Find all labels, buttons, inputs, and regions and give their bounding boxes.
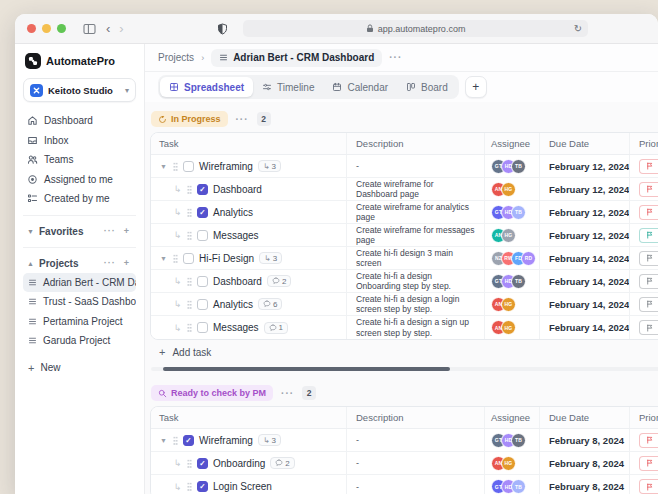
breadcrumb-projects[interactable]: Projects <box>158 52 194 63</box>
task-row[interactable]: ▼✓Wireframing↳3 - GTHDTB February 8, 202… <box>151 429 658 452</box>
group-more-icon[interactable]: ··· <box>281 388 294 399</box>
drag-handle-icon[interactable] <box>187 277 192 286</box>
avatar[interactable]: HG <box>501 297 516 312</box>
task-row[interactable]: ↳✓Onboarding2 - ANHG February 8, 2024 Ur… <box>151 452 658 475</box>
task-checkbox[interactable] <box>197 276 208 287</box>
drag-handle-icon[interactable] <box>173 436 178 445</box>
task-checkbox[interactable] <box>197 299 208 310</box>
tab-timeline[interactable]: Timeline <box>253 77 323 97</box>
avatar[interactable]: RD <box>521 251 536 266</box>
sidebar-item-inbox[interactable]: Inbox <box>23 131 136 151</box>
priority-badge[interactable]: Urgent <box>639 159 658 174</box>
task-row[interactable]: ▼Hi-Fi Design↳3 Create hi-fi design 3 ma… <box>151 247 658 270</box>
horizontal-scrollbar[interactable] <box>151 367 658 371</box>
subtask-count-badge[interactable]: ↳3 <box>258 160 281 172</box>
task-row[interactable]: ▼Wireframing↳3 - GTHDTB February 12, 202… <box>151 155 658 178</box>
sidebar-project-item[interactable]: Garuda Project <box>23 331 136 351</box>
expand-caret-icon[interactable]: ▼ <box>159 163 168 170</box>
avatar[interactable]: TB <box>511 479 526 494</box>
refresh-icon[interactable]: ↻ <box>574 23 582 34</box>
projects-more-icon[interactable]: ··· <box>102 258 118 268</box>
tab-spreadsheet[interactable]: Spreadsheet <box>160 77 253 97</box>
drag-handle-icon[interactable] <box>187 185 192 194</box>
forward-icon[interactable]: › <box>119 22 123 35</box>
add-task-button[interactable]: +Add task <box>159 346 658 358</box>
status-badge[interactable]: In Progress <box>151 111 228 127</box>
priority-badge[interactable]: Low <box>639 274 658 289</box>
task-checkbox[interactable]: ✓ <box>197 458 208 469</box>
task-checkbox[interactable]: ✓ <box>197 481 208 492</box>
sidebar-item-assigned-to-me[interactable]: Assigned to me <box>23 170 136 190</box>
sidebar-item-dashboard[interactable]: Dashboard <box>23 111 136 131</box>
task-checkbox[interactable] <box>183 161 194 172</box>
sidebar-project-item[interactable]: Pertamina Project <box>23 312 136 332</box>
task-checkbox[interactable]: ✓ <box>197 184 208 195</box>
priority-badge[interactable]: Urgent <box>639 182 658 197</box>
priority-badge[interactable]: Urgent <box>639 205 658 220</box>
workspace-selector[interactable]: Keitoto Studio ▾ <box>23 78 136 102</box>
group-more-icon[interactable]: ··· <box>236 114 249 125</box>
task-checkbox[interactable] <box>197 322 208 333</box>
task-checkbox[interactable] <box>197 230 208 241</box>
minimize-window-button[interactable] <box>42 24 51 33</box>
drag-handle-icon[interactable] <box>187 482 192 491</box>
projects-section-header[interactable]: ▲ Projects ··· + <box>23 254 136 273</box>
avatar[interactable]: HG <box>501 456 516 471</box>
task-row[interactable]: ↳✓Login Screen - GTHDTB February 8, 2024… <box>151 475 658 494</box>
expand-caret-icon[interactable]: ▼ <box>159 255 168 262</box>
favorites-section-header[interactable]: ▼ Favorites ··· + <box>23 222 136 241</box>
task-row[interactable]: ↳✓Analytics Create wireframe for analyti… <box>151 201 658 224</box>
task-row[interactable]: ↳✓Dashboard Create wireframe for Dashboa… <box>151 178 658 201</box>
avatar[interactable]: HG <box>501 320 516 335</box>
subtask-count-badge[interactable]: ↳3 <box>259 252 282 264</box>
address-bar[interactable]: app.automatepro.com ↻ <box>243 20 588 37</box>
priority-badge[interactable]: Urgent <box>639 479 658 494</box>
avatar[interactable]: TB <box>511 205 526 220</box>
sidebar-project-item[interactable]: Adrian Bert - CRM Da... <box>23 273 136 293</box>
sidebar-item-created-by-me[interactable]: Created by me <box>23 189 136 209</box>
task-row[interactable]: ↳Messages Create wireframe for messages … <box>151 224 658 247</box>
avatar[interactable]: TB <box>511 274 526 289</box>
drag-handle-icon[interactable] <box>187 459 192 468</box>
avatar[interactable]: HG <box>501 228 516 243</box>
drag-handle-icon[interactable] <box>187 231 192 240</box>
tab-board[interactable]: Board <box>397 77 457 97</box>
task-row[interactable]: ↳Dashboard2 Create hi-fi a design Onboar… <box>151 270 658 293</box>
drag-handle-icon[interactable] <box>187 300 192 309</box>
avatar[interactable]: TB <box>511 159 526 174</box>
priority-badge[interactable]: Low <box>639 297 658 312</box>
back-icon[interactable]: ‹ <box>106 22 110 35</box>
drag-handle-icon[interactable] <box>187 208 192 217</box>
priority-badge[interactable]: Low <box>639 251 658 266</box>
scrollbar-thumb[interactable] <box>163 367 450 371</box>
tab-calendar[interactable]: Calendar <box>323 77 397 97</box>
favorites-add-icon[interactable]: + <box>122 226 132 236</box>
comment-count-badge[interactable]: 1 <box>264 322 288 334</box>
breadcrumb-current-chip[interactable]: Adrian Bert - CRM Dashboard <box>211 49 382 67</box>
comment-count-badge[interactable]: 2 <box>267 275 291 287</box>
drag-handle-icon[interactable] <box>187 323 192 332</box>
maximize-window-button[interactable] <box>57 24 66 33</box>
status-badge[interactable]: Ready to check by PM <box>151 385 273 401</box>
add-view-button[interactable]: + <box>465 76 487 98</box>
new-project-button[interactable]: + New <box>23 362 136 374</box>
avatar[interactable]: HG <box>501 182 516 197</box>
avatar[interactable]: TB <box>511 433 526 448</box>
expand-caret-icon[interactable]: ▼ <box>159 437 168 444</box>
task-checkbox[interactable]: ✓ <box>197 207 208 218</box>
sidebar-item-teams[interactable]: Teams <box>23 150 136 170</box>
subtask-count-badge[interactable]: ↳3 <box>258 434 281 446</box>
comment-count-badge[interactable]: 2 <box>270 457 294 469</box>
close-window-button[interactable] <box>27 24 36 33</box>
drag-handle-icon[interactable] <box>173 162 178 171</box>
priority-badge[interactable]: Urgent <box>639 433 658 448</box>
priority-badge[interactable]: Low <box>639 320 658 335</box>
priority-badge[interactable]: Normal <box>639 228 658 243</box>
comment-count-badge[interactable]: 6 <box>258 298 282 310</box>
favorites-more-icon[interactable]: ··· <box>102 226 118 236</box>
sidebar-project-item[interactable]: Trust - SaaS Dashbo... <box>23 292 136 312</box>
drag-handle-icon[interactable] <box>173 254 178 263</box>
shield-icon[interactable] <box>214 21 230 37</box>
projects-add-icon[interactable]: + <box>122 258 132 268</box>
task-checkbox[interactable] <box>183 253 194 264</box>
